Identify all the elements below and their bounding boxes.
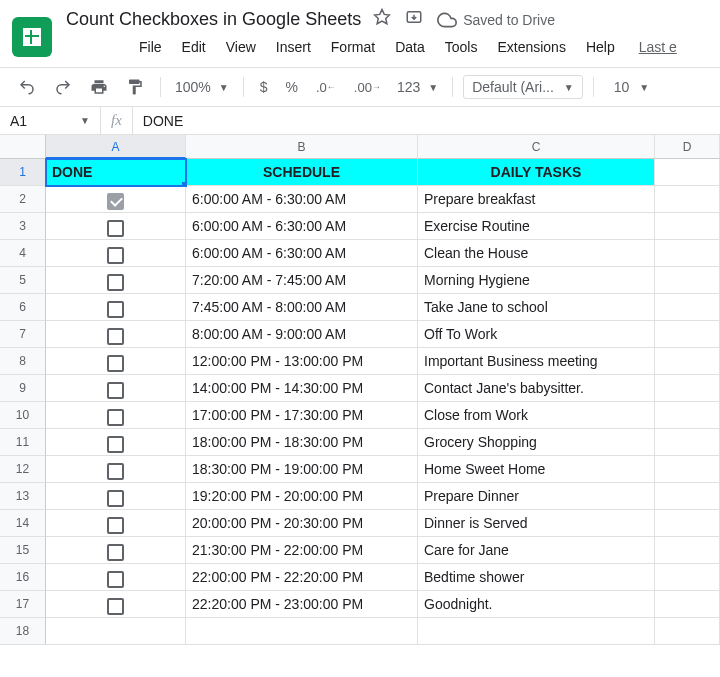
cell-B6[interactable]: 7:45:00 AM - 8:00:00 AM [186,294,418,321]
cell-D9[interactable] [655,375,720,402]
format-percent[interactable]: % [280,75,304,99]
cell-A10[interactable] [46,402,186,429]
cell-A7[interactable] [46,321,186,348]
format-currency[interactable]: $ [254,75,274,99]
checkbox[interactable] [107,436,124,453]
cell-D8[interactable] [655,348,720,375]
row-header-10[interactable]: 10 [0,402,46,429]
checkbox[interactable] [107,409,124,426]
cell-B13[interactable]: 19:20:00 PM - 20:00:00 PM [186,483,418,510]
cell-B9[interactable]: 14:00:00 PM - 14:30:00 PM [186,375,418,402]
cell-empty[interactable] [418,618,655,645]
print-icon[interactable] [84,74,114,100]
cell-C17[interactable]: Goodnight. [418,591,655,618]
cell-A17[interactable] [46,591,186,618]
checkbox[interactable] [107,598,124,615]
cell-empty[interactable] [46,618,186,645]
cell-C8[interactable]: Important Business meeting [418,348,655,375]
checkbox[interactable] [107,571,124,588]
undo-icon[interactable] [12,74,42,100]
checkbox[interactable] [107,382,124,399]
cell-D6[interactable] [655,294,720,321]
cell-A5[interactable] [46,267,186,294]
cell-C12[interactable]: Home Sweet Home [418,456,655,483]
cell-C6[interactable]: Take Jane to school [418,294,655,321]
star-icon[interactable] [373,8,391,31]
cell-B14[interactable]: 20:00:00 PM - 20:30:00 PM [186,510,418,537]
font-size-picker[interactable]: 10 ▼ [604,79,649,95]
cell-D2[interactable] [655,186,720,213]
cell-D10[interactable] [655,402,720,429]
checkbox[interactable] [107,328,124,345]
row-header-11[interactable]: 11 [0,429,46,456]
menu-data[interactable]: Data [388,35,432,59]
checkbox[interactable] [107,193,124,210]
menu-edit[interactable]: Edit [175,35,213,59]
row-header-16[interactable]: 16 [0,564,46,591]
cell-D16[interactable] [655,564,720,591]
row-header-7[interactable]: 7 [0,321,46,348]
col-header-D[interactable]: D [655,135,720,159]
increase-decimal-icon[interactable]: .00→ [348,76,387,99]
cell-C14[interactable]: Dinner is Served [418,510,655,537]
cell-A3[interactable] [46,213,186,240]
row-header-9[interactable]: 9 [0,375,46,402]
cell-C9[interactable]: Contact Jane's babysitter. [418,375,655,402]
cell-B2[interactable]: 6:00:00 AM - 6:30:00 AM [186,186,418,213]
cell-B7[interactable]: 8:00:00 AM - 9:00:00 AM [186,321,418,348]
menu-format[interactable]: Format [324,35,382,59]
cell-D11[interactable] [655,429,720,456]
cell-D5[interactable] [655,267,720,294]
cell-A12[interactable] [46,456,186,483]
checkbox[interactable] [107,301,124,318]
select-all-corner[interactable] [0,135,46,159]
cell-B4[interactable]: 6:00:00 AM - 6:30:00 AM [186,240,418,267]
cell-C16[interactable]: Bedtime shower [418,564,655,591]
menu-view[interactable]: View [219,35,263,59]
checkbox[interactable] [107,274,124,291]
cell-D3[interactable] [655,213,720,240]
checkbox[interactable] [107,247,124,264]
checkbox[interactable] [107,490,124,507]
checkbox[interactable] [107,463,124,480]
cell-B5[interactable]: 7:20:00 AM - 7:45:00 AM [186,267,418,294]
cloud-status[interactable]: Saved to Drive [437,10,555,30]
menu-help[interactable]: Help [579,35,622,59]
col-header-B[interactable]: B [186,135,418,159]
cell-B12[interactable]: 18:30:00 PM - 19:00:00 PM [186,456,418,483]
cell-empty[interactable] [186,618,418,645]
row-header-5[interactable]: 5 [0,267,46,294]
menu-file[interactable]: File [132,35,169,59]
cell-C13[interactable]: Prepare Dinner [418,483,655,510]
cell-A11[interactable] [46,429,186,456]
cell-C11[interactable]: Grocery Shopping [418,429,655,456]
cell-B17[interactable]: 22:20:00 PM - 23:00:00 PM [186,591,418,618]
cell-C7[interactable]: Off To Work [418,321,655,348]
cell-D17[interactable] [655,591,720,618]
cell-D1[interactable] [655,159,720,186]
cell-empty[interactable] [655,618,720,645]
row-header-3[interactable]: 3 [0,213,46,240]
cell-B8[interactable]: 12:00:00 PM - 13:00:00 PM [186,348,418,375]
move-icon[interactable] [405,8,423,31]
row-header-12[interactable]: 12 [0,456,46,483]
cell-A4[interactable] [46,240,186,267]
zoom-picker[interactable]: 100% ▼ [171,79,233,95]
cell-D13[interactable] [655,483,720,510]
cell-C4[interactable]: Clean the House [418,240,655,267]
checkbox[interactable] [107,220,124,237]
cell-C2[interactable]: Prepare breakfast [418,186,655,213]
col-header-C[interactable]: C [418,135,655,159]
checkbox[interactable] [107,544,124,561]
cell-C10[interactable]: Close from Work [418,402,655,429]
decrease-decimal-icon[interactable]: .0← [310,76,342,99]
row-header-8[interactable]: 8 [0,348,46,375]
cell-A14[interactable] [46,510,186,537]
col-header-A[interactable]: A [46,135,186,159]
cell-C15[interactable]: Care for Jane [418,537,655,564]
cell-A9[interactable] [46,375,186,402]
menu-insert[interactable]: Insert [269,35,318,59]
cell-C1[interactable]: DAILY TASKS [418,159,655,186]
name-box[interactable]: A1 ▼ [0,107,100,134]
cell-A8[interactable] [46,348,186,375]
